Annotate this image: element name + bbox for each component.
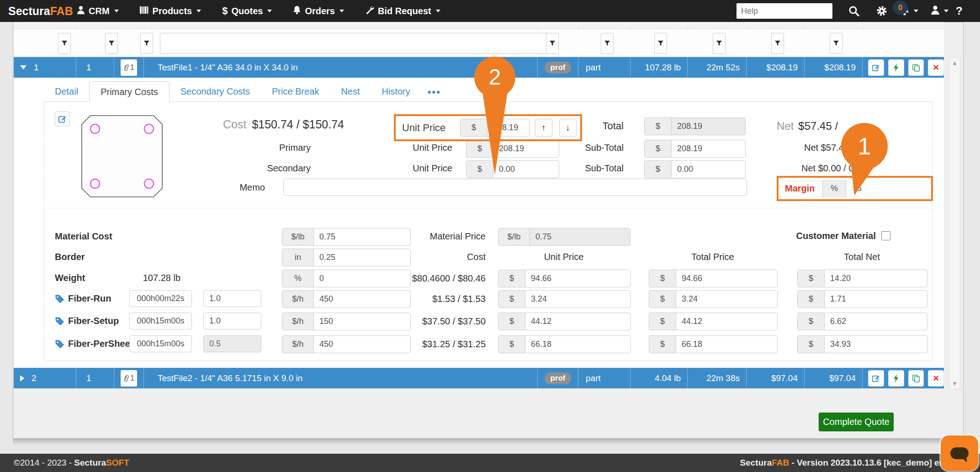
fiber-persheet-total-price-group: $ [649, 335, 778, 353]
name-filter-input[interactable] [160, 33, 549, 54]
fiber-setup-unit-price-input[interactable] [525, 313, 630, 330]
help-icon[interactable]: ? [956, 0, 963, 22]
filter-button[interactable] [713, 33, 726, 54]
chevron-down-icon [944, 10, 948, 12]
tab-history[interactable]: History [371, 81, 421, 101]
tab-primary-costs[interactable]: Primary Costs [89, 81, 170, 102]
primary-unit-price-label: Unit Price [370, 143, 452, 153]
requote-button[interactable] [888, 370, 904, 387]
filter-button[interactable] [105, 33, 118, 54]
chat-button[interactable] [941, 435, 978, 471]
menu-bid-request[interactable]: Bid Request [365, 5, 440, 17]
filter-button[interactable] [601, 33, 614, 54]
menu-quotes[interactable]: $ Quotes [222, 5, 272, 17]
delete-button[interactable]: × [928, 59, 944, 76]
fiber-run-total-net-input[interactable] [825, 291, 927, 308]
collapse-row-icon[interactable] [20, 65, 26, 69]
fiber-setup-total-price-group: $ [649, 313, 778, 330]
fiber-setup-total-price-input[interactable] [676, 313, 777, 330]
copy-button[interactable] [908, 370, 924, 387]
fiber-run-qty-input[interactable] [203, 290, 261, 307]
attachments-button[interactable]: 1 [121, 59, 137, 76]
attachments-button[interactable]: 1 [121, 370, 137, 387]
customer-material-checkbox[interactable] [881, 231, 890, 240]
tab-price-break[interactable]: Price Break [261, 81, 330, 101]
weight-total-net-input[interactable] [825, 270, 927, 287]
memo-input[interactable] [283, 179, 747, 196]
fiber-persheet-total-net-group: $ [797, 335, 927, 353]
fiber-persheet-total-net-input[interactable] [825, 336, 927, 353]
app-logo[interactable]: SecturaFAB [8, 0, 73, 22]
primary-subtotal-input [672, 140, 745, 157]
delete-button[interactable]: × [928, 370, 944, 387]
copy-button[interactable] [908, 59, 924, 76]
expand-row-icon[interactable] [20, 375, 24, 382]
table-row-2[interactable]: 2 1 1 TestFile2 - 1/4" A36 5.1715 in X 9… [14, 368, 944, 388]
callout-1: 1 [840, 122, 890, 199]
edit-part-button[interactable] [55, 111, 69, 126]
tag-icon [55, 316, 64, 326]
svg-text:2: 2 [489, 65, 501, 89]
row-weight: 4.04 lb [630, 368, 688, 388]
edit-button[interactable] [868, 59, 884, 76]
filter-button[interactable] [58, 33, 71, 54]
row-number: 1 [34, 63, 39, 73]
paperclip-icon [123, 64, 129, 72]
requote-button[interactable] [888, 59, 904, 76]
material-cost-label: Material Cost [55, 231, 112, 242]
filter-button[interactable] [546, 33, 559, 54]
tab-secondary-costs[interactable]: Secondary Costs [170, 81, 261, 101]
row-qty: 1 [76, 57, 114, 78]
filter-button[interactable] [140, 33, 153, 54]
lightning-icon [892, 64, 900, 72]
fiber-setup-qty-input[interactable] [203, 313, 261, 329]
fiber-persheet-total-price-input[interactable] [676, 336, 777, 353]
search-icon[interactable] [848, 0, 860, 22]
filter-button[interactable] [654, 33, 667, 54]
tab-nest[interactable]: Nest [330, 81, 371, 101]
border-rate-input[interactable] [314, 249, 410, 266]
fiber-setup-time-input[interactable] [129, 313, 192, 329]
filter-button[interactable] [771, 33, 784, 54]
weight-total-price-input[interactable] [676, 270, 777, 287]
row-unit-price: $97.04 [747, 368, 805, 388]
fiber-run-total-price-input[interactable] [676, 291, 777, 308]
decrease-price-button[interactable]: ↓ [559, 119, 577, 137]
gear-icon[interactable] [875, 0, 888, 22]
fiber-persheet-unit-price-input[interactable] [525, 336, 630, 353]
item-type: part [578, 57, 630, 78]
op-label-fiber-persheet: Fiber-PerSheet [55, 339, 133, 349]
filter-button[interactable] [830, 33, 842, 54]
grid-scrollbar[interactable]: ▲ ▼ [949, 57, 960, 389]
edit-button[interactable] [868, 370, 884, 387]
total-group: $ [644, 117, 746, 135]
more-tabs-icon[interactable]: ••• [421, 83, 447, 101]
increase-price-button[interactable]: ↑ [535, 119, 552, 137]
fiber-run-time-input[interactable] [129, 290, 192, 307]
menu-orders[interactable]: Orders [293, 5, 344, 17]
fiber-persheet-time-input[interactable] [129, 335, 192, 352]
fiber-persheet-qty-input [203, 335, 261, 352]
scroll-up-icon[interactable]: ▲ [952, 58, 958, 68]
total-net-header: Total Net [797, 252, 927, 262]
secondary-subtotal-input [672, 161, 745, 178]
footer: ©2014 - 2023 - SecturaSOFT SecturaFAB - … [0, 454, 980, 472]
total-input [672, 118, 745, 135]
scroll-down-icon[interactable]: ▼ [952, 378, 958, 389]
fiber-setup-total-net-input[interactable] [825, 313, 927, 330]
help-search-input[interactable] [736, 3, 832, 19]
products-icon [140, 6, 149, 16]
status-badge: prof [545, 62, 571, 74]
tab-detail[interactable]: Detail [44, 81, 89, 101]
material-price-header: Material Price [413, 231, 486, 242]
user-menu[interactable] [930, 0, 948, 22]
chat-bubble-icon [950, 447, 969, 459]
weight-unit-price-input[interactable] [525, 270, 630, 287]
menu-crm[interactable]: CRM [77, 5, 119, 17]
weight-total-price-group: $ [649, 270, 778, 287]
fiber-run-unit-price-input[interactable] [525, 291, 630, 308]
material-rate-input[interactable] [314, 228, 410, 245]
complete-quote-button[interactable]: Complete Quote [819, 413, 894, 431]
menu-products[interactable]: Products [140, 6, 201, 16]
weight-total-net-group: $ [797, 270, 927, 287]
